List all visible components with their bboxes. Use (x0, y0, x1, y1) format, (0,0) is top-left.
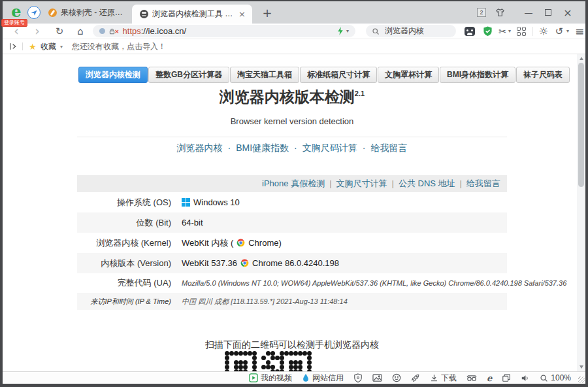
bookmarks-bar: ★ 收藏 ▾ 您还没有收藏，点击导入！ (3, 39, 585, 54)
link-bra-size[interactable]: 文胸尺码计算 (289, 143, 357, 153)
bookmarks-import-hint[interactable]: 您还没有收藏，点击导入！ (72, 39, 166, 54)
site-tab-kernel-detect[interactable]: 浏览器内核检测 (78, 67, 148, 83)
download-icon (430, 374, 438, 382)
scrollbar-thumb[interactable] (578, 63, 584, 187)
row-label: 来访IP和时间 (IP & Time) (77, 297, 182, 307)
search-input[interactable] (384, 26, 449, 37)
mute-speaker-icon[interactable] (521, 374, 530, 382)
quick-links: 浏览器内核BMI健康指数文胸尺码计算给我留言 (77, 143, 507, 154)
site-credit-button[interactable]: 网站信用 (302, 373, 344, 384)
search-icon (372, 27, 380, 35)
protection-shield-icon[interactable] (353, 373, 363, 383)
close-window-button[interactable]: × (558, 7, 578, 19)
ie-compat-icon[interactable]: e (487, 373, 492, 383)
site-nav-tabs: 浏览器内核检测 整数GB分区计算器 淘宝天猫工具箱 标准纸箱尺寸计算 文胸罩杯计… (78, 67, 570, 83)
tab1-favicon (48, 8, 57, 17)
tab1-title: 果核剥壳 - 还原软件的本质 (61, 7, 125, 18)
speed-bolt-icon[interactable] (337, 27, 344, 35)
security-shield-icon[interactable] (482, 24, 493, 39)
search-box[interactable] (366, 25, 456, 37)
site-tab-bra-cup[interactable]: 文胸罩杯计算 (378, 67, 439, 83)
zoom-level-control[interactable]: 100% (540, 373, 571, 382)
favorites-caret-icon[interactable]: ▾ (60, 39, 63, 54)
link-browser-kernel[interactable]: 浏览器内核 (177, 143, 223, 153)
page-subtitle: Browser kernel version detection (77, 116, 507, 126)
reload-icon[interactable]: ↻ (52, 24, 67, 39)
page-title: 浏览器内核版本检测2.1 (77, 87, 507, 107)
my-videos-button[interactable]: 我的视频 (249, 373, 292, 384)
home-icon[interactable]: ⌂ (73, 24, 88, 39)
url-text: https://ie.icoa.cn/ (123, 26, 187, 36)
multi-window-icon[interactable] (502, 373, 511, 382)
lock-fail-mark: × (114, 28, 120, 35)
incognito-goggles-icon[interactable] (466, 374, 477, 382)
site-tab-carton-size[interactable]: 标准纸箱尺寸计算 (300, 67, 377, 83)
resize-grip[interactable] (578, 377, 585, 383)
table-row-ip-time: 来访IP和时间 (IP & Time) 中国 四川 成都 [118.113.59… (77, 293, 507, 310)
image-settings-icon[interactable] (372, 373, 382, 382)
favorites-label[interactable]: 收藏 (41, 39, 56, 54)
mini-apps-icon[interactable] (464, 24, 475, 39)
link-public-dns[interactable]: 公共 DNS 地址 (387, 178, 455, 190)
row-value-pre: WebKit 内核 ( (182, 237, 233, 249)
link-leave-message[interactable]: 给我留言 (455, 178, 500, 190)
site-tab-gb-calculator[interactable]: 整数GB分区计算器 (148, 67, 229, 83)
scroll-down-icon[interactable] (577, 363, 585, 371)
chrome-icon (237, 239, 245, 247)
tab-bar: e 果核剥壳 - 还原软件的本质 浏览器内核检测工具 Browser k × +… (3, 1, 585, 24)
navigate-send-icon[interactable] (27, 6, 41, 19)
water-drop-icon (302, 373, 310, 382)
status-bar: 我的视频 网站信用 下载 e (3, 371, 585, 384)
browser-tab-guohe[interactable]: 果核剥壳 - 还原软件的本质 (41, 1, 131, 24)
play-video-icon (249, 373, 258, 382)
session-count-badge[interactable]: 2 (477, 8, 486, 17)
link-iphone-check[interactable]: iPhone 真假检测 (262, 178, 325, 190)
browser-window: e 果核剥壳 - 还原软件的本质 浏览器内核检测工具 Browser k × +… (0, 0, 588, 387)
speed-mode-icon[interactable] (99, 28, 105, 34)
link-bmi[interactable]: BMI健康指数 (223, 143, 289, 153)
history-caret-icon[interactable]: ▾ (564, 24, 571, 39)
browser-tab-active[interactable]: 浏览器内核检测工具 Browser k × (132, 5, 252, 24)
link-message[interactable]: 给我留言 (357, 143, 408, 153)
sidebar-expand-icon[interactable] (9, 39, 18, 54)
download-button[interactable]: 下载 (430, 373, 457, 384)
tab-close-icon[interactable]: × (237, 10, 247, 18)
row-label: 完整代码 (UA) (77, 277, 182, 289)
maximize-button[interactable] (538, 8, 558, 18)
browser-logo-icon[interactable]: e (9, 4, 24, 20)
feedback-smiley-icon[interactable] (392, 373, 401, 382)
zoom-value: 100% (551, 373, 571, 382)
login-account-badge[interactable]: 登录账号 (1, 19, 27, 27)
theme-skin-icon[interactable] (495, 8, 515, 18)
minimize-button[interactable]: — (519, 8, 538, 18)
day-night-mode-icon[interactable]: ☼ (537, 24, 550, 39)
recently-closed-icon[interactable]: ↻ (554, 24, 564, 39)
bookmarks-separator (22, 39, 23, 54)
divider (77, 137, 507, 137)
row-label: 浏览器内核 (Kernel) (77, 237, 182, 249)
page-scrollbar[interactable] (577, 54, 585, 371)
site-tab-sock-size[interactable]: 袜子尺码表 (516, 67, 570, 83)
boost-rocket-icon[interactable] (411, 373, 420, 382)
main-menu-icon[interactable]: ≡ (574, 24, 585, 39)
new-tab-button[interactable]: + (260, 6, 274, 20)
link-bra-calc[interactable]: 文胸尺寸计算 (325, 178, 387, 190)
row-value: Mozilla/5.0 (Windows NT 10.0; WOW64) App… (182, 279, 566, 287)
address-bar[interactable]: × https://ie.icoa.cn/ ▾ (93, 25, 355, 37)
insecure-lock-icon[interactable]: × (108, 27, 120, 35)
site-tab-taobao-toolbox[interactable]: 淘宝天猫工具箱 (230, 67, 299, 83)
windows-logo-icon (182, 198, 190, 207)
site-tab-bmi[interactable]: BMI身体指数计算 (440, 67, 515, 83)
row-label: 位数 (Bit) (77, 217, 182, 229)
chevron-down-icon[interactable]: ▾ (346, 28, 349, 34)
table-header-links: iPhone 真假检测文胸尺寸计算公共 DNS 地址给我留言 (77, 175, 507, 192)
web-page: 浏览器内核检测 整数GB分区计算器 淘宝天猫工具箱 标准纸箱尺寸计算 文胸罩杯计… (3, 54, 585, 371)
apps-grid-icon[interactable] (515, 24, 527, 39)
row-value-pre: WebKit 537.36 (182, 258, 237, 268)
row-value: Windows 10 (193, 197, 240, 207)
address-toolbar: ‹ › ↻ ⌂ × https://ie.icoa.cn/ ▾ (3, 24, 585, 39)
table-row-bit: 位数 (Bit) 64-bit (77, 212, 507, 233)
scroll-up-icon[interactable] (577, 55, 585, 62)
forward-icon[interactable]: › (30, 24, 44, 39)
screenshot-menu-caret-icon[interactable]: ▾ (506, 24, 513, 39)
